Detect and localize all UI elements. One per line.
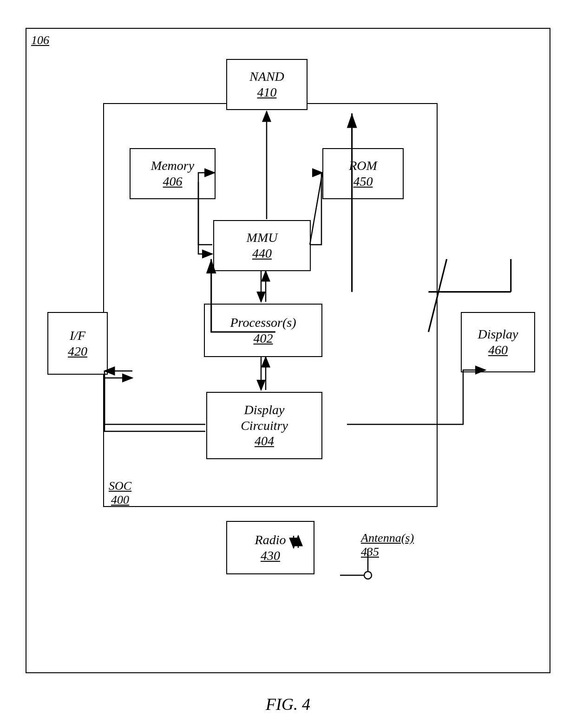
display-circuitry-component: Display Circuitry 404 xyxy=(206,392,322,459)
mmu-name: MMU xyxy=(247,230,278,246)
nand-num: 410 xyxy=(257,84,277,100)
memory-component: Memory 406 xyxy=(130,148,216,199)
soc-num: 400 xyxy=(109,493,131,507)
radio-component: Radio 430 xyxy=(226,521,314,574)
dc-name: Display Circuitry xyxy=(241,402,288,433)
memory-name: Memory xyxy=(151,158,194,174)
radio-num: 430 xyxy=(261,548,280,564)
fig-label: FIG. 4 xyxy=(266,695,310,714)
radio-name: Radio xyxy=(255,532,286,548)
diagram-ref: 106 xyxy=(31,33,49,47)
antenna-label: Antenna(s) 435 xyxy=(361,531,414,559)
page: 106 SOC 400 Memory 406 ROM 450 MMU 440 xyxy=(0,0,576,728)
rom-name: ROM xyxy=(349,158,377,174)
dc-num: 404 xyxy=(255,433,274,449)
outer-box: 106 SOC 400 Memory 406 ROM 450 MMU 440 xyxy=(26,28,550,673)
if-num: 420 xyxy=(68,344,87,359)
antenna-name: Antenna(s) xyxy=(361,531,414,545)
soc-name: SOC xyxy=(109,479,131,493)
rom-num: 450 xyxy=(353,174,373,189)
svg-line-3 xyxy=(428,259,446,332)
display-num: 460 xyxy=(488,342,508,358)
rom-component: ROM 450 xyxy=(322,148,404,199)
processor-component: Processor(s) 402 xyxy=(204,304,322,357)
soc-label: SOC 400 xyxy=(109,479,131,507)
nand-component: NAND 410 xyxy=(226,59,308,110)
processor-num: 402 xyxy=(254,331,273,346)
antenna-num: 435 xyxy=(361,545,414,559)
processor-name: Processor(s) xyxy=(230,315,296,331)
memory-num: 406 xyxy=(163,174,183,189)
if-component: I/F 420 xyxy=(47,312,108,375)
soc-box: SOC 400 Memory 406 ROM 450 MMU 440 Proce… xyxy=(103,103,438,507)
svg-point-20 xyxy=(364,572,372,579)
display-name: Display xyxy=(478,326,518,342)
mmu-component: MMU 440 xyxy=(213,220,311,271)
display-component: Display 460 xyxy=(461,312,535,372)
nand-name: NAND xyxy=(249,69,284,84)
if-name: I/F xyxy=(70,328,85,344)
mmu-num: 440 xyxy=(252,246,272,261)
